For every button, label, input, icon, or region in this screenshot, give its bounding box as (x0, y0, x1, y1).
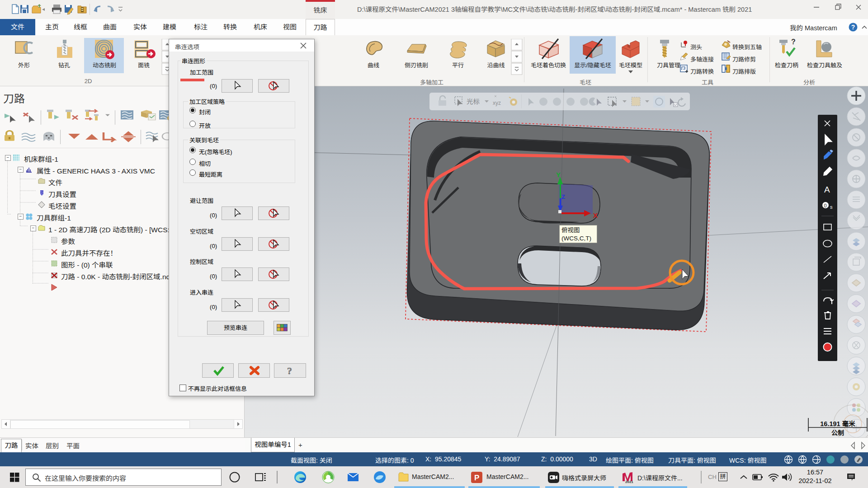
svg-text:?: ? (287, 365, 292, 376)
svg-text:2021: 2021 (625, 480, 633, 483)
svg-text:光标: 光标 (467, 98, 480, 105)
svg-text:0: 0 (824, 203, 827, 208)
svg-text:P: P (474, 474, 479, 482)
svg-text:?: ? (791, 39, 796, 46)
svg-text:?: ? (851, 23, 855, 31)
svg-text:A: A (824, 185, 830, 194)
svg-text:Z: Z (561, 193, 565, 200)
svg-text:X: X (593, 211, 598, 219)
svg-text:xyz: xyz (493, 100, 501, 106)
svg-text:s: s (830, 204, 833, 210)
